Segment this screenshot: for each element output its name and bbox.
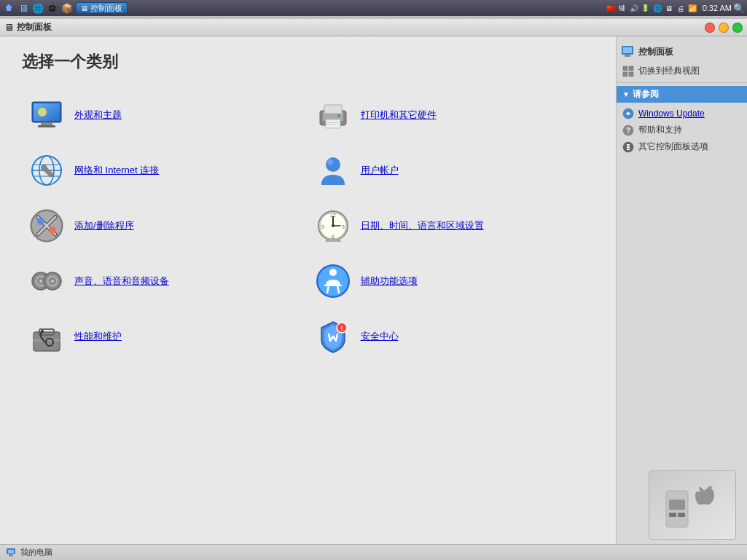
svg-rect-73 (623, 72, 627, 76)
other-options-icon (622, 141, 634, 153)
svg-point-43 (332, 224, 335, 227)
taskbar-right: 🇨🇳 键 🔊 🔋 🌐 🖥 🖨 📶 0:32 AM 🔍 (606, 3, 744, 13)
svg-rect-69 (623, 47, 632, 53)
divider-1 (617, 82, 747, 83)
windows-update-icon (622, 108, 634, 119)
svg-rect-71 (623, 66, 627, 71)
arrow-icon: ▼ (622, 90, 630, 98)
svg-rect-74 (629, 72, 633, 76)
keyboard-icon[interactable]: 键 (617, 3, 627, 13)
apple-watermark (649, 470, 736, 540)
app-icon: 🖥 (81, 4, 88, 12)
window-icon: 🖥 (4, 22, 14, 33)
svg-rect-15 (327, 124, 336, 125)
svg-rect-7 (41, 122, 52, 125)
svg-point-57 (329, 269, 337, 276)
minimize-button[interactable] (719, 23, 729, 33)
svg-text:6: 6 (332, 234, 335, 240)
close-button[interactable] (705, 23, 715, 33)
svg-rect-87 (8, 550, 14, 553)
classic-view-label: 切换到经典视图 (638, 65, 700, 77)
performance-icon (28, 318, 66, 355)
my-computer-icon (6, 548, 16, 558)
svg-rect-83 (669, 500, 685, 510)
datetime-label[interactable]: 日期、时间、语言和区域设置 (361, 219, 484, 232)
category-appearance[interactable]: 外观和主题 (22, 87, 308, 143)
active-app[interactable]: 🖥 控制面板 (76, 2, 128, 14)
see-also-label: 请参阅 (633, 88, 659, 100)
windows-update-link[interactable]: Windows Update (617, 106, 747, 122)
svg-point-25 (326, 157, 340, 172)
flag-icon: 🇨🇳 (606, 3, 616, 13)
appearance-icon (28, 96, 66, 134)
performance-label[interactable]: 性能和维护 (74, 330, 122, 343)
help-icon: ? (622, 125, 634, 136)
svg-point-26 (327, 159, 333, 165)
printers-icon (314, 96, 352, 134)
apple-menu-icon[interactable] (3, 2, 15, 14)
category-datetime[interactable]: 12 3 6 9 (308, 198, 595, 253)
svg-text:?: ? (626, 127, 630, 135)
content-area: 选择一个类别 (0, 36, 747, 544)
windows-update-label[interactable]: Windows Update (638, 109, 705, 119)
users-icon (314, 151, 352, 189)
category-performance[interactable]: 性能和维护 (22, 309, 308, 364)
svg-rect-80 (627, 146, 630, 148)
right-see-also-header: ▼ 请参阅 (617, 86, 747, 103)
window-title: 控制面板 (17, 21, 52, 33)
other-options-label[interactable]: 其它控制面板选项 (638, 141, 708, 153)
printer-tray-icon: 🖨 (676, 3, 686, 13)
finder-icon[interactable]: 🖥 (17, 2, 29, 14)
category-sound[interactable]: 声音、语音和音频设备 (22, 253, 308, 309)
volume-icon[interactable]: 🔊 (629, 3, 639, 13)
help-support-link[interactable]: ? 帮助和支持 (617, 122, 747, 138)
classic-view-icon (622, 66, 634, 77)
battery-icon: 🔋 (641, 3, 651, 13)
svg-rect-3 (7, 8, 11, 11)
accessibility-label[interactable]: 辅助功能选项 (361, 275, 418, 288)
svg-point-17 (340, 114, 343, 117)
security-icon: ! (314, 318, 352, 355)
search-tray-icon[interactable]: 🔍 (734, 3, 744, 13)
datetime-icon: 12 3 6 9 (314, 207, 352, 245)
tools-icon[interactable]: ⚙ (47, 2, 58, 14)
sound-label[interactable]: 声音、语音和音频设备 (74, 275, 169, 288)
clock: 0:32 AM (703, 4, 732, 12)
category-network[interactable]: 网络和 Internet 连接 (22, 143, 308, 198)
category-users[interactable]: 用户帐户 (308, 143, 595, 198)
svg-rect-8 (38, 125, 55, 127)
app-label: 控制面板 (90, 3, 122, 14)
svg-point-34 (49, 226, 56, 234)
status-label: 我的电脑 (20, 547, 52, 558)
category-accessibility[interactable]: 辅助功能选项 (308, 253, 595, 309)
svg-point-65 (41, 330, 44, 333)
web-icon[interactable]: 🌐 (32, 2, 44, 14)
svg-rect-88 (9, 554, 13, 556)
page-title: 选择一个类别 (22, 51, 594, 73)
category-addremove[interactable]: 添加/删除程序 (22, 198, 308, 253)
help-label[interactable]: 帮助和支持 (638, 124, 682, 136)
window-controls (705, 23, 743, 33)
category-printers[interactable]: 打印机和其它硬件 (308, 87, 595, 143)
other-options-link[interactable]: 其它控制面板选项 (617, 138, 747, 155)
right-panel: 控制面板 切换到经典视图 ▼ 请参阅 (616, 36, 747, 544)
right-cp-icon (621, 45, 634, 58)
maximize-button[interactable] (732, 23, 743, 33)
title-bar: 🖥 控制面板 (0, 19, 747, 36)
accessibility-icon (314, 262, 352, 300)
security-label[interactable]: 安全中心 (361, 330, 399, 343)
category-security[interactable]: ! 安全中心 (308, 309, 595, 364)
left-panel: 选择一个类别 (0, 36, 616, 544)
taskbar-left: 🖥 🌐 ⚙ 📦 🖥 控制面板 (3, 2, 128, 14)
network-label[interactable]: 网络和 Internet 连接 (74, 164, 159, 177)
users-label[interactable]: 用户帐户 (361, 164, 399, 177)
addremove-label[interactable]: 添加/删除程序 (74, 219, 134, 232)
appearance-label[interactable]: 外观和主题 (74, 109, 122, 122)
svg-rect-70 (625, 55, 630, 57)
package-icon[interactable]: 📦 (61, 2, 73, 14)
classic-view-link[interactable]: 切换到经典视图 (617, 63, 747, 79)
network-tray-icon: 🌐 (652, 3, 662, 13)
printers-label[interactable]: 打印机和其它硬件 (361, 109, 437, 122)
status-bar: 我的电脑 (0, 544, 747, 560)
svg-text:9: 9 (321, 224, 324, 229)
